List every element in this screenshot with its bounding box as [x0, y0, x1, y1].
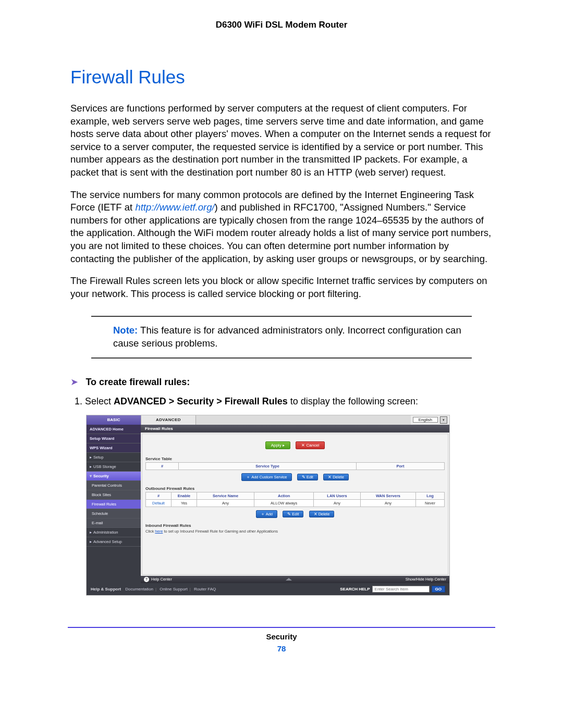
sidebar-item-block-sites[interactable]: Block Sites — [87, 490, 141, 500]
language-selector[interactable]: English ▾ — [411, 415, 449, 425]
section-heading: Firewall Rules — [70, 67, 493, 88]
go-button[interactable]: GO — [432, 586, 445, 593]
outbound-title: Outbound Firewall Rules — [145, 486, 445, 491]
out-num: Default — [146, 499, 172, 507]
inbound-hint: Click here to set up Inbound Firewall Ru… — [145, 529, 445, 534]
page-number: 78 — [0, 644, 563, 653]
out-col-wan: WAN Servers — [360, 492, 415, 499]
chevron-up-icon — [286, 578, 292, 581]
ietf-link[interactable]: http://www.ietf.org/ — [135, 202, 214, 213]
cancel-button[interactable]: ✕ Cancel — [296, 441, 325, 449]
sidebar-item-usb[interactable]: ▸USB Storage — [87, 462, 141, 472]
col-num: # — [146, 462, 179, 470]
out-action: ALLOW always — [254, 499, 314, 507]
out-col-name: Service Name — [197, 492, 254, 499]
faq-link[interactable]: Router FAQ — [194, 587, 216, 591]
para-2: The service numbers for many common prot… — [70, 189, 493, 266]
add-custom-service-button[interactable]: ＋Add Custom Service — [241, 473, 291, 481]
help-support-label: Help & Support — [91, 587, 121, 591]
help-center-bar[interactable]: ? Help Center Show/Hide Help Center — [141, 576, 449, 583]
sidebar-item-schedule[interactable]: Schedule — [87, 509, 141, 519]
help-toggle[interactable]: Show/Hide Help Center — [406, 577, 446, 582]
step1-path: ADVANCED > Security > Firewall Rules — [114, 396, 288, 406]
tab-advanced[interactable]: ADVANCED — [141, 415, 196, 425]
sidebar-item-email[interactable]: E-mail — [87, 519, 141, 528]
sidebar: ADVANCED Home Setup Wizard WPS Wizard ▸S… — [87, 425, 141, 583]
router-ui-screenshot: BASIC ADVANCED English ▾ ADVANCED Home S… — [86, 415, 450, 596]
table-row[interactable]: Default Yes Any ALLOW always Any Any Nev… — [146, 499, 445, 507]
sidebar-item-home[interactable]: ADVANCED Home — [87, 425, 141, 434]
chapter-name: Security — [0, 632, 563, 641]
inbound-here-link[interactable]: here — [155, 529, 163, 534]
delete-service-button[interactable]: ✕Delete — [323, 474, 349, 480]
inbound-title: Inbound Firewall Rules — [145, 523, 445, 528]
out-name: Any — [197, 499, 254, 507]
x-icon: ✕ — [314, 512, 317, 516]
apply-button[interactable]: Apply ▸ — [265, 441, 290, 449]
para-1: Services are functions performed by serv… — [70, 102, 493, 179]
online-support-link[interactable]: Online Support — [160, 587, 187, 591]
out-enable: Yes — [172, 499, 197, 507]
pencil-icon: ✎ — [287, 512, 291, 516]
service-table-title: Service Table — [145, 456, 445, 461]
help-icon: ? — [144, 577, 149, 582]
step1-c: to display the following screen: — [288, 396, 418, 406]
sidebar-item-firewall[interactable]: Firewall Rules — [87, 500, 141, 509]
sidebar-item-setup[interactable]: ▸Setup — [87, 453, 141, 462]
note-label: Note: — [113, 325, 138, 336]
help-center-label: Help Center — [151, 577, 172, 582]
out-log: Never — [416, 499, 445, 507]
col-type: Service Type — [179, 462, 357, 470]
para-3: The Firewall Rules screen lets you block… — [70, 275, 493, 300]
sidebar-item-setup-wizard[interactable]: Setup Wizard — [87, 434, 141, 443]
note-text: This feature is for advanced administrat… — [113, 325, 461, 349]
search-label: SEARCH HELP — [340, 587, 370, 591]
sidebar-item-wps-wizard[interactable]: WPS Wizard — [87, 443, 141, 453]
step-1: Select ADVANCED > Security > Firewall Ru… — [85, 395, 493, 408]
out-lan: Any — [314, 499, 361, 507]
note-box: Note: This feature is for advanced admin… — [91, 316, 472, 358]
tab-basic[interactable]: BASIC — [87, 415, 141, 425]
search-input[interactable] — [372, 586, 430, 593]
support-footer: Help & Support Documentation| Online Sup… — [87, 583, 449, 595]
edit-rule-button[interactable]: ✎Edit — [283, 511, 303, 517]
sidebar-item-adv-setup[interactable]: ▸Advanced Setup — [87, 537, 141, 547]
plus-icon: ＋ — [246, 475, 250, 479]
outbound-table: # Enable Service Name Action LAN Users W… — [145, 492, 445, 507]
panel-title: Firewall Rules — [141, 425, 449, 433]
out-col-num: # — [146, 492, 172, 499]
sidebar-item-security[interactable]: ▾Security — [87, 472, 141, 481]
out-col-lan: LAN Users — [314, 492, 361, 499]
product-name: D6300 WiFi DSL Modem Router — [0, 20, 563, 30]
step1-a: Select — [85, 396, 114, 406]
pencil-icon: ✎ — [302, 475, 305, 479]
out-wan: Any — [360, 499, 415, 507]
col-port: Port — [357, 462, 445, 470]
procedure-title: To create firewall rules: — [85, 377, 190, 387]
sidebar-item-admin[interactable]: ▸Administration — [87, 528, 141, 537]
sidebar-item-parental[interactable]: Parental Controls — [87, 481, 141, 490]
out-col-enable: Enable — [172, 492, 197, 499]
out-col-log: Log — [416, 492, 445, 499]
x-icon: ✕ — [328, 475, 332, 479]
service-table: # Service Type Port — [145, 462, 445, 470]
delete-rule-button[interactable]: ✕Delete — [309, 511, 335, 517]
chevron-down-icon[interactable]: ▾ — [440, 416, 447, 424]
chevron-right-icon: ➤ — [70, 376, 78, 388]
edit-service-button[interactable]: ✎Edit — [297, 474, 318, 480]
language-value: English — [413, 417, 438, 423]
out-col-action: Action — [254, 492, 314, 499]
doc-link[interactable]: Documentation — [125, 587, 153, 591]
plus-icon: ＋ — [261, 512, 265, 516]
add-rule-button[interactable]: ＋Add — [256, 510, 277, 518]
